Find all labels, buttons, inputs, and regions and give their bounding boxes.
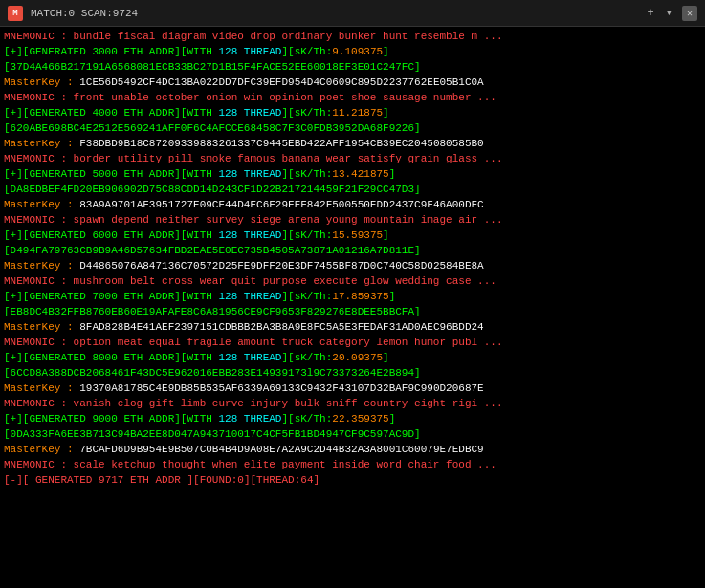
generated-line-5: [+][GENERATED 7000 ETH ADDR][WITH 128 TH… <box>4 289 701 304</box>
masterkey-line-2: MasterKey : F38DBD9B18C87209339883261337… <box>4 136 701 151</box>
mnemonic-line-2: MNEMONIC : front unable october onion wi… <box>4 90 701 105</box>
mnemonic-line-3: MNEMONIC : border utility pill smoke fam… <box>4 151 701 166</box>
generated-line-7: [+][GENERATED 9000 ETH ADDR][WITH 128 TH… <box>4 411 701 426</box>
hash-line-5: [EB8DC4B32FFB8760EB60E19AFAFE8C6A81956CE… <box>4 304 701 319</box>
mnemonic-line-5: MNEMONIC : mushroom belt cross wear quit… <box>4 273 701 289</box>
masterkey-line-4: MasterKey : D44865076A847136C70572D25FE9… <box>4 258 701 273</box>
mnemonic-line-8: MNEMONIC : scale ketchup thought when el… <box>4 457 701 472</box>
masterkey-line-7: MasterKey : 7BCAFD6D9B954E9B507C0B4B4D9A… <box>4 442 701 457</box>
masterkey-line-3: MasterKey : 83A9A9701AF3951727E09CE44D4E… <box>4 197 701 212</box>
arrow-button[interactable]: ▾ <box>664 6 674 20</box>
plus-button[interactable]: + <box>646 7 656 20</box>
generated-line-3: [+][GENERATED 5000 ETH ADDR][WITH 128 TH… <box>4 166 701 182</box>
title-bar: M MATCH:0 SCAN:9724 + ▾ ✕ <box>0 0 705 27</box>
hash-line-6: [6CCD8A388DCB2068461F43DC5E962016EBB283E… <box>4 365 701 381</box>
hash-line-3: [DA8EDBEF4FD20EB906902D75C88CDD14D243CF1… <box>4 182 701 197</box>
generated-line-1: [+][GENERATED 3000 ETH ADDR][WITH 128 TH… <box>4 44 701 59</box>
generated-line-6: [+][GENERATED 8000 ETH ADDR][WITH 128 TH… <box>4 350 701 365</box>
masterkey-line-1: MasterKey : 1CE56D5492CF4DC13BA022DD7DFC… <box>4 75 701 90</box>
generated-line-2: [+][GENERATED 4000 ETH ADDR][WITH 128 TH… <box>4 105 701 120</box>
mnemonic-line-7: MNEMONIC : vanish clog gift limb curve i… <box>4 396 701 411</box>
generated-line-4: [+][GENERATED 6000 ETH ADDR][WITH 128 TH… <box>4 228 701 243</box>
status-bar: [-][ GENERATED 9717 ETH ADDR ][FOUND:0][… <box>4 472 701 488</box>
hash-line-1: [37D4A466B217191A6568081ECB33BC27D1B15F4… <box>4 59 701 75</box>
masterkey-line-6: MasterKey : 19370A81785C4E9DB85B535AF633… <box>4 381 701 396</box>
mnemonic-line-1: MNEMONIC : bundle fiscal diagram video d… <box>4 29 701 44</box>
hash-line-4: [D494FA79763CB9B9A46D57634FBD2EAE5E0EC73… <box>4 243 701 258</box>
hash-line-7: [0DA333FA6EE3B713C94BA2EE8D047A943710017… <box>4 426 701 442</box>
mnemonic-line-6: MNEMONIC : option meat equal fragile amo… <box>4 335 701 350</box>
mnemonic-line-4: MNEMONIC : spawn depend neither survey s… <box>4 212 701 228</box>
title-text: MATCH:0 SCAN:9724 <box>31 8 638 19</box>
terminal: MNEMONIC : bundle fiscal diagram video d… <box>0 27 705 588</box>
close-button[interactable]: ✕ <box>682 6 697 21</box>
hash-line-2: [620ABE698BC4E2512E569241AFF0F6C4AFCCE68… <box>4 120 701 136</box>
app-icon: M <box>8 6 23 21</box>
masterkey-line-5: MasterKey : 8FAD828B4E41AEF2397151CDBBB2… <box>4 319 701 335</box>
